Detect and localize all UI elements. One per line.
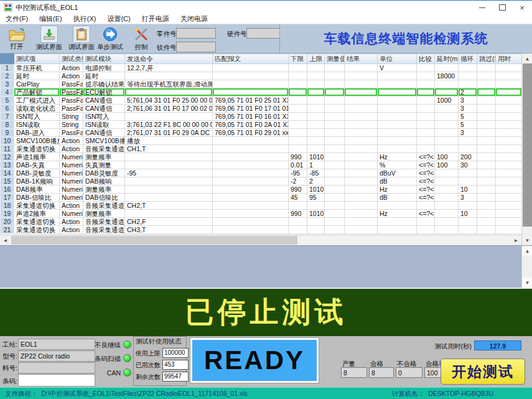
cell[interactable]: 3 (459, 96, 477, 105)
cell[interactable] (459, 145, 477, 153)
cell[interactable] (496, 202, 522, 210)
cell[interactable] (477, 210, 496, 218)
cell[interactable] (307, 96, 325, 105)
cell[interactable] (125, 113, 213, 121)
cell[interactable]: Action (60, 137, 83, 145)
cell[interactable] (496, 80, 522, 88)
cell[interactable] (417, 226, 435, 234)
row-number[interactable]: 19 (1, 210, 14, 218)
cell[interactable]: dBuV (378, 169, 417, 177)
cell[interactable] (289, 218, 307, 226)
cell[interactable]: 100 (435, 161, 459, 169)
cell[interactable]: Numeric (60, 169, 83, 177)
cell[interactable] (289, 105, 307, 113)
cell[interactable] (477, 80, 496, 88)
cell[interactable] (417, 218, 435, 226)
cell[interactable] (435, 210, 459, 218)
cell[interactable] (345, 177, 378, 185)
cell[interactable] (307, 80, 325, 88)
cell[interactable] (289, 88, 307, 96)
cell[interactable]: 音频采集通道控制 (83, 226, 125, 234)
cell[interactable]: dB (378, 194, 417, 202)
cell[interactable]: 5 (459, 121, 477, 129)
table-row[interactable]: 3CarPlayPassFail提示确认结果等待出现手机互联界面,滑动屏幕解锁 (1, 80, 522, 88)
cell[interactable] (496, 129, 522, 137)
cell[interactable]: Hz (378, 210, 417, 218)
table-row[interactable]: 11采集通道切换Action音频采集通道控制CH1,T (1, 145, 522, 153)
cell[interactable] (345, 185, 378, 194)
cell[interactable] (325, 210, 345, 218)
cell[interactable] (345, 88, 378, 96)
cell[interactable] (289, 226, 307, 234)
cell[interactable] (496, 72, 522, 80)
cell[interactable]: 音频采集通道控制 (83, 218, 125, 226)
cell[interactable] (125, 161, 213, 169)
row-number[interactable]: 18 (1, 202, 14, 210)
barcode-input[interactable] (18, 374, 95, 387)
column-header[interactable]: 比较 (417, 54, 435, 64)
cell[interactable]: CH2,T (125, 202, 213, 210)
row-number[interactable]: 17 (1, 194, 14, 202)
cell[interactable] (307, 129, 325, 137)
cell[interactable] (345, 113, 378, 121)
cell[interactable] (496, 194, 522, 202)
cell[interactable] (477, 161, 496, 169)
scroll-up-icon[interactable]: ▲ (522, 54, 532, 63)
cell[interactable] (345, 169, 378, 177)
cell[interactable]: DAB频响 (83, 177, 125, 185)
cell[interactable] (345, 80, 378, 88)
cell[interactable]: <=?<= (417, 169, 435, 177)
cell[interactable]: Action (60, 64, 83, 72)
cell[interactable] (325, 194, 345, 202)
cell[interactable]: Numeric (60, 210, 83, 218)
cell[interactable] (378, 218, 417, 226)
cell[interactable]: 2 (307, 177, 325, 185)
cell[interactable]: 采集通道切换 (14, 218, 60, 226)
cell[interactable] (125, 194, 213, 202)
cell[interactable] (459, 137, 477, 145)
cell[interactable] (345, 210, 378, 218)
column-header[interactable]: 跳过(S) (477, 54, 496, 64)
cell[interactable]: 2 (459, 88, 477, 96)
column-header[interactable]: 延时(ms) (435, 54, 459, 64)
cell[interactable] (477, 88, 496, 96)
cell[interactable]: CarPlay (14, 80, 60, 88)
cell[interactable] (125, 153, 213, 161)
cell[interactable] (307, 113, 325, 121)
menu-file[interactable]: 文件(F) (0, 14, 34, 24)
cell[interactable] (325, 202, 345, 210)
cell[interactable]: CH1,T (125, 145, 213, 153)
cell[interactable]: <=?<= (417, 185, 435, 194)
cell[interactable] (307, 218, 325, 226)
cell[interactable]: 12.2,7,开 (125, 64, 213, 72)
cell[interactable]: 失真测量 (83, 161, 125, 169)
cell[interactable]: PassFail (60, 129, 83, 137)
cell[interactable]: 读取老化状态 (14, 105, 60, 113)
cell[interactable]: 采集通道切换 (14, 226, 60, 234)
cell[interactable] (325, 177, 345, 185)
cell[interactable]: 音频采集通道控制 (83, 202, 125, 210)
cell[interactable] (496, 169, 522, 177)
cell[interactable] (125, 177, 213, 185)
cell[interactable]: DAB频率 (14, 185, 60, 194)
cell[interactable] (378, 105, 417, 113)
cell[interactable]: 769,05 71 01 F0 16 01 XX XX (213, 113, 289, 121)
table-row[interactable]: 2延时Action延时18000 (1, 72, 522, 80)
cell[interactable] (307, 202, 325, 210)
cell[interactable] (325, 161, 345, 169)
log-vertical-scrollbar[interactable]: ▲ ▼ (521, 246, 532, 288)
cell[interactable] (417, 121, 435, 129)
cell[interactable]: 播放 (125, 137, 213, 145)
scrollbar-thumb[interactable] (523, 63, 532, 227)
menu-power-off[interactable]: 关闭电源 (175, 14, 213, 24)
restore-icon[interactable] (492, 1, 512, 14)
cell[interactable]: 2;761,07 31 01 F0 29 0A DC (125, 129, 213, 137)
cell[interactable] (459, 226, 477, 234)
cell[interactable] (417, 145, 435, 153)
menu-settings[interactable]: 设置(C) (101, 14, 136, 24)
cell[interactable]: CAN通信 (83, 96, 125, 105)
table-row[interactable]: 16DAB频率Numeric测量频率9901010Hz<=?<=10 (1, 185, 522, 194)
cell[interactable]: PassFail (60, 105, 83, 113)
cell[interactable] (213, 226, 289, 234)
cell[interactable]: <=?<= (417, 161, 435, 169)
